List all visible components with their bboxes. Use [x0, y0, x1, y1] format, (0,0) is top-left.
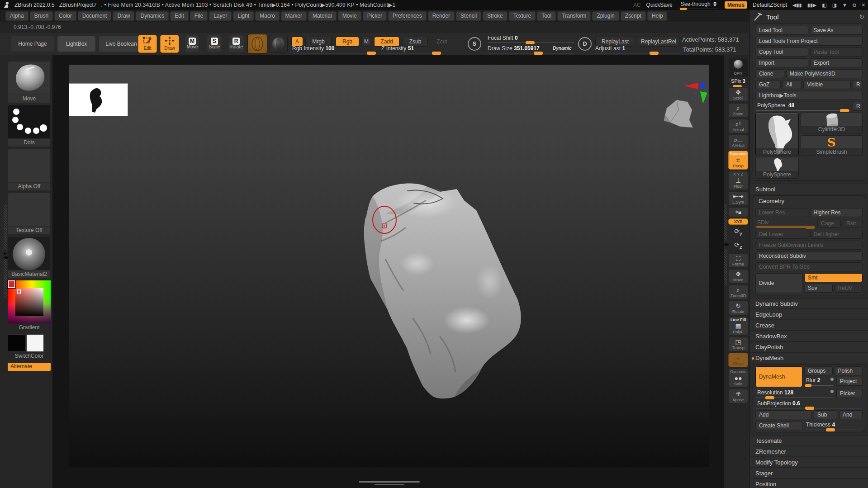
solo-button[interactable]: Dynamic ●● Solo	[728, 369, 748, 388]
crease-section-header[interactable]: Crease	[750, 320, 868, 331]
close-icon[interactable]: ×	[862, 1, 865, 9]
dynamesh-project-toggle[interactable]: Project	[836, 377, 863, 386]
goz-r-button[interactable]: R	[853, 80, 863, 89]
z-rotation-button[interactable]: ⟳z	[728, 240, 748, 252]
thickness-knob[interactable]	[826, 428, 835, 431]
dock-right-icon[interactable]: ▮▮▶	[807, 2, 817, 8]
transparency-button[interactable]: ◳ Transp	[728, 337, 748, 351]
goz-button[interactable]: GoZ	[755, 80, 781, 89]
menu-tool[interactable]: Tool	[537, 11, 556, 21]
current-tool-thumbnail[interactable]: PolySphere	[755, 113, 799, 156]
rgb-intensity-knob[interactable]	[367, 52, 376, 55]
solo-dynamic-toggle[interactable]: Dynamic	[729, 370, 748, 374]
adjust-last-slider[interactable]: AdjustLast 1	[595, 45, 679, 53]
quicksave-button[interactable]: QuickSave	[646, 2, 673, 8]
scale-button[interactable]: S Scale	[207, 35, 222, 53]
move-button[interactable]: M Move	[185, 35, 200, 53]
zremesher-section-header[interactable]: ZRemesher	[750, 446, 868, 457]
window-layout-a-icon[interactable]: ◧	[822, 2, 826, 8]
lightbox-tools-button[interactable]: Lightbox▶Tools	[755, 91, 863, 100]
dynamesh-polish-toggle[interactable]: Polish	[835, 366, 863, 375]
brush-preview[interactable]	[247, 34, 267, 54]
load-tools-from-project-button[interactable]: Load Tools From Project	[755, 37, 863, 46]
document-viewport[interactable]	[69, 65, 709, 467]
dynamic-draw-icon[interactable]: D	[578, 37, 592, 51]
local-symmetry-button[interactable]: ⇤⇥ L.Sym	[728, 191, 748, 206]
restore-icon[interactable]: ⧉	[853, 2, 856, 8]
menu-transform[interactable]: Transform	[557, 11, 591, 21]
load-tool-button[interactable]: Load Tool	[755, 26, 808, 35]
thickness-slider[interactable]: Thickness 4	[804, 421, 863, 430]
menu-texture[interactable]: Texture	[509, 11, 536, 21]
current-brush-button[interactable]: Move	[8, 61, 51, 103]
menu-help[interactable]: Help	[647, 11, 668, 21]
paste-tool-button[interactable]: Paste Tool	[810, 47, 863, 57]
rstr-button[interactable]: Rstr	[843, 219, 863, 228]
menu-stencil[interactable]: Stencil	[456, 11, 481, 21]
blur-mode-dot[interactable]	[830, 378, 834, 381]
smt-toggle[interactable]: Smt	[804, 273, 863, 282]
recent-tool-thumbnail[interactable]: PolySphere	[755, 157, 799, 179]
focal-shift-slider[interactable]: Focal Shift 0	[488, 35, 574, 43]
line-fill-toggle[interactable]: Line Fill	[729, 317, 748, 322]
left-tray-divider[interactable]	[4, 204, 7, 250]
resolution-knob[interactable]	[765, 396, 774, 399]
live-boolean-button[interactable]: Live Boolean	[99, 36, 144, 52]
polyframe-button[interactable]: Line Fill ▦ PolyF	[728, 317, 748, 336]
make-polymesh3d-button[interactable]: Make PolyMesh3D	[786, 69, 863, 78]
tool-r-button[interactable]: R	[853, 102, 863, 111]
divide-button[interactable]: Divide	[755, 273, 802, 293]
default-zscript-button[interactable]: DefaultZScript	[753, 2, 787, 8]
resolution-slider[interactable]: Resolution 128	[755, 389, 835, 398]
edit-button[interactable]: Edit	[138, 35, 157, 53]
lower-res-button[interactable]: Lower Res	[755, 208, 808, 217]
save-as-button[interactable]: Save As	[810, 26, 863, 35]
higher-res-button[interactable]: Higher Res	[810, 208, 863, 217]
menu-light[interactable]: Light	[233, 11, 254, 21]
home-page-button[interactable]: Home Page	[11, 36, 54, 52]
rotate-3d-button[interactable]: ↻ Rotate	[728, 301, 748, 315]
camera-axis-gizmo[interactable]	[684, 83, 707, 104]
persp-dynamic-toggle[interactable]: Dynamic	[729, 152, 748, 156]
dock-left-icon[interactable]: ◀▮▮	[792, 2, 802, 8]
window-layout-b-icon[interactable]: ◨	[832, 2, 837, 8]
menu-document[interactable]: Document	[78, 11, 112, 21]
tessimate-section-header[interactable]: Tessimate	[750, 435, 868, 446]
cage-button[interactable]: Cage	[817, 219, 841, 228]
stroke-curve-icon[interactable]: S	[468, 37, 481, 51]
actual-button[interactable]: ⌕¹ Actual	[728, 119, 748, 133]
resolution-mode-dot[interactable]	[830, 390, 834, 393]
alpha-selector-button[interactable]: Alpha Off	[8, 149, 51, 191]
color-picker[interactable]	[8, 280, 51, 323]
menu-picker[interactable]: Picker	[363, 11, 387, 21]
reuv-button[interactable]: ReUV	[835, 284, 863, 293]
material-selector-button[interactable]: BasicMaterial2	[8, 237, 51, 279]
draw-size-dynamic-toggle[interactable]: Dynamic	[553, 46, 572, 51]
dynamesh-groups-toggle[interactable]: Groups	[804, 366, 833, 375]
move-3d-button[interactable]: ✥ Move	[728, 269, 748, 284]
geometry-section-header[interactable]: Geometry	[753, 195, 865, 206]
shadowbox-section-header[interactable]: ShadowBox	[750, 331, 868, 341]
menu-draw[interactable]: Draw	[113, 11, 134, 21]
color-picker-inner[interactable]	[15, 288, 43, 316]
secondary-color-swatch[interactable]	[26, 334, 44, 352]
subprojection-slider[interactable]: SubProjection 0.6	[755, 400, 863, 408]
import-button[interactable]: Import	[755, 58, 808, 67]
y-rotation-button[interactable]: ⟳y	[728, 226, 748, 238]
stager-section-header[interactable]: Stager	[750, 468, 868, 479]
menu-render[interactable]: Render	[428, 11, 455, 21]
subtool-section-header[interactable]: Subtool	[750, 184, 868, 194]
canvas-scrollbar[interactable]	[359, 481, 420, 485]
menu-color[interactable]: Color	[54, 11, 76, 21]
create-shell-button[interactable]: Create Shell	[755, 421, 802, 430]
color-picker-selector[interactable]	[17, 289, 21, 294]
scroll-button[interactable]: ✥ Scroll	[728, 87, 748, 102]
menu-zplugin[interactable]: Zplugin	[592, 11, 619, 21]
tool-palette-header[interactable]: Tool ↻	[750, 10, 868, 23]
freeze-subdivision-button[interactable]: Freeze SubDivision Levels	[755, 241, 863, 250]
current-color-swatch[interactable]	[8, 280, 15, 288]
subprojection-knob[interactable]	[805, 407, 814, 410]
canvas-area[interactable]	[52, 55, 724, 488]
floor-axes-toggle[interactable]: X Y Z	[729, 172, 748, 176]
menu-material[interactable]: Material	[308, 11, 337, 21]
